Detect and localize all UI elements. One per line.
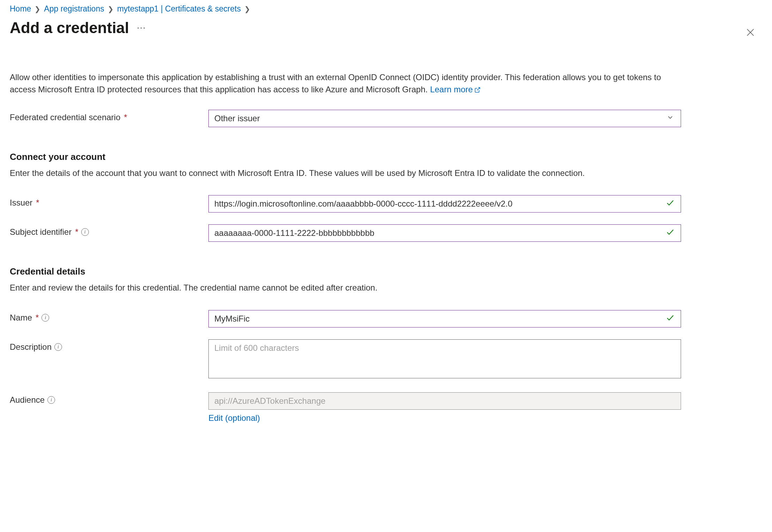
- connect-section-title: Connect your account: [10, 152, 693, 162]
- breadcrumb: Home ❯ App registrations ❯ mytestapp1 | …: [10, 4, 693, 14]
- subject-identifier-label: Subject identifier* i: [10, 224, 208, 237]
- audience-input: [208, 392, 681, 410]
- details-section-title: Credential details: [10, 266, 693, 277]
- info-icon[interactable]: i: [41, 314, 49, 322]
- checkmark-icon: [666, 313, 675, 324]
- audience-label: Audience i: [10, 392, 208, 405]
- subject-identifier-input[interactable]: [208, 224, 681, 242]
- checkmark-icon: [666, 198, 675, 209]
- info-icon[interactable]: i: [54, 343, 62, 351]
- breadcrumb-certificates-secrets[interactable]: mytestapp1 | Certificates & secrets: [117, 4, 241, 14]
- details-section-desc: Enter and review the details for this cr…: [10, 282, 662, 294]
- close-icon: [746, 28, 755, 37]
- issuer-input[interactable]: [208, 195, 681, 213]
- scenario-select[interactable]: Other issuer: [208, 110, 681, 127]
- learn-more-link[interactable]: Learn more: [430, 85, 481, 94]
- description-label: Description i: [10, 339, 208, 352]
- description-input[interactable]: [208, 339, 681, 378]
- more-icon[interactable]: ⋯: [135, 21, 147, 35]
- scenario-label: Federated credential scenario*: [10, 110, 208, 122]
- breadcrumb-app-registrations[interactable]: App registrations: [44, 4, 104, 14]
- checkmark-icon: [666, 228, 675, 239]
- external-link-icon: [473, 85, 481, 94]
- chevron-right-icon: ❯: [108, 5, 114, 13]
- info-icon[interactable]: i: [47, 396, 55, 404]
- close-button[interactable]: [743, 24, 758, 42]
- connect-section-desc: Enter the details of the account that yo…: [10, 167, 662, 179]
- chevron-right-icon: ❯: [35, 5, 40, 13]
- edit-audience-link[interactable]: Edit (optional): [208, 413, 260, 423]
- name-label: Name* i: [10, 310, 208, 323]
- page-title: Add a credential: [10, 19, 129, 37]
- info-icon[interactable]: i: [81, 228, 89, 236]
- name-input[interactable]: [208, 310, 681, 327]
- breadcrumb-home[interactable]: Home: [10, 4, 31, 14]
- issuer-label: Issuer*: [10, 195, 208, 208]
- intro-text: Allow other identities to impersonate th…: [10, 71, 662, 96]
- chevron-right-icon: ❯: [244, 5, 250, 13]
